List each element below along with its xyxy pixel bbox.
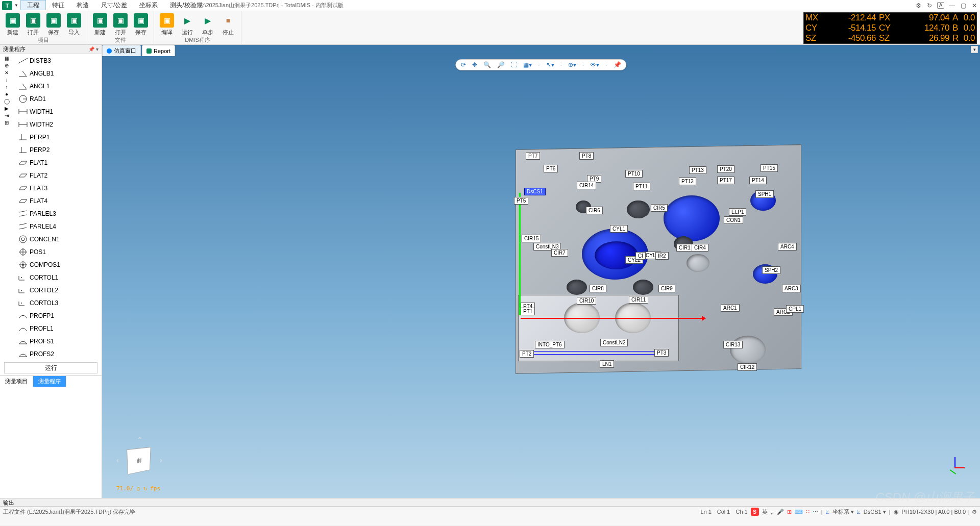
viewport-tab-0[interactable]: 仿真窗口 (102, 45, 141, 56)
feature-label-CIR7[interactable]: CIR7 (551, 249, 568, 257)
feature-label-PT1[interactable]: PT1 (521, 308, 535, 315)
vptool-icon[interactable]: ⟳ (461, 61, 466, 68)
feature-label-CIR9[interactable]: CIR9 (658, 285, 675, 292)
logo-dropdown[interactable]: ▼ (14, 3, 18, 8)
feature-label-PT14[interactable]: PT14 (749, 177, 767, 184)
gutter-icon[interactable]: ✕ (5, 70, 9, 76)
tree-item-CORTOL1[interactable]: CORTOL1 (13, 271, 102, 284)
feature-label-PT12[interactable]: PT12 (679, 178, 696, 185)
gutter-icon[interactable]: ⊞ (5, 120, 9, 126)
sidebar-tab-0[interactable]: 测量项目 (0, 376, 33, 387)
ime-lang[interactable]: 英 (762, 508, 768, 516)
help-icon[interactable]: A (937, 2, 944, 9)
tree-item-WIDTH1[interactable]: WIDTH1 (13, 105, 102, 118)
tree-item-FLAT2[interactable]: FLAT2 (13, 169, 102, 182)
tree-item-PERP1[interactable]: PERP1 (13, 131, 102, 143)
tree-item-RAD1[interactable]: RAD1 (13, 92, 102, 105)
ribbon-compile-button[interactable]: ▣编译 (157, 12, 177, 36)
gutter-icon[interactable]: ▶ (5, 106, 9, 111)
menu-工程[interactable]: 工程 (20, 0, 46, 10)
feature-label-CON1[interactable]: CON1 (724, 216, 743, 224)
tree-item-CONCEN1[interactable]: CONCEN1 (13, 233, 102, 245)
feature-label-LN1[interactable]: LN1 (600, 360, 614, 368)
feature-label-ARC4[interactable]: ARC4 (778, 243, 797, 251)
menu-尺寸/公差[interactable]: 尺寸/公差 (95, 1, 133, 10)
feature-label-CIR1[interactable]: CIR1 (676, 244, 693, 252)
tree-item-CORTOL3[interactable]: CORTOL3 (13, 296, 102, 309)
tree-item-CORTOL2[interactable]: CORTOL2 (13, 284, 102, 296)
feature-label-INTO_PT6[interactable]: INTO_PT6 (535, 341, 565, 348)
feature-label-PT13[interactable]: PT13 (689, 166, 706, 174)
feature-label-PT15[interactable]: PT15 (761, 164, 778, 172)
feature-label-DsCS1[interactable]: DsCS1 (524, 188, 546, 195)
feature-label-PT10[interactable]: PT10 (625, 170, 643, 178)
gutter-icon[interactable]: ◯ (4, 99, 10, 104)
run-program-button[interactable]: 运行 (4, 362, 97, 373)
tree-item-DISTB3[interactable]: DISTB3 (13, 54, 102, 67)
tree-item-PARLEL4[interactable]: PARLEL4 (13, 220, 102, 233)
feature-label-CIR4[interactable]: CIR4 (692, 244, 708, 252)
ribbon-fnew-button[interactable]: ▣新建 (90, 12, 110, 36)
ime-mic-icon[interactable]: 🎤 (777, 509, 784, 515)
ime-tool-icon[interactable]: ⊞ (787, 509, 792, 515)
tree-item-PROFS1[interactable]: PROFS1 (13, 335, 102, 347)
coordsys-axis-icon[interactable]: ⟀ (826, 509, 829, 515)
vptool-icon[interactable]: · (560, 61, 562, 68)
feature-label-CIR5[interactable]: CIR5 (651, 204, 668, 212)
ribbon-fsave-button[interactable]: ▣保存 (131, 12, 151, 36)
ime-keyboard-icon[interactable]: ⌨ (795, 509, 803, 515)
feature-label-SPH1[interactable]: SPH1 (755, 190, 774, 198)
feature-label-PT7[interactable]: PT7 (526, 152, 540, 160)
close-icon[interactable]: ✕ (971, 2, 978, 9)
tree-item-FLAT4[interactable]: FLAT4 (13, 194, 102, 207)
feature-label-PT3[interactable]: PT3 (654, 349, 669, 357)
feature-label-IR2[interactable]: IR2 (655, 252, 669, 260)
probe-icon[interactable]: ◉ (894, 509, 899, 515)
tree-item-FLAT3[interactable]: FLAT3 (13, 182, 102, 194)
feature-label-CI[interactable]: CI (635, 252, 646, 260)
ribbon-open-button[interactable]: ▣打开 (23, 12, 43, 36)
feature-label-CIR12[interactable]: CIR12 (738, 363, 757, 371)
pin-icon[interactable]: 📌 ▾ (88, 46, 99, 52)
ribbon-fopen-button[interactable]: ▣打开 (111, 12, 130, 36)
view-cube[interactable]: ⌃ ‹ › 前 71.0/ ○ ↻ fps (116, 432, 162, 483)
vptool-icon[interactable]: ↖▾ (546, 61, 554, 68)
feature-label-CPL1[interactable]: CPL1 (786, 305, 804, 313)
vptool-icon[interactable]: ⊕▾ (568, 61, 576, 68)
gutter-icon[interactable]: ↓ (6, 78, 8, 83)
gutter-icon[interactable]: ↑ (6, 85, 8, 90)
feature-label-ConstLN2[interactable]: ConstLN2 (600, 339, 628, 346)
feature-label-PT11[interactable]: PT11 (633, 183, 650, 190)
ribbon-save-button[interactable]: ▣保存 (44, 12, 63, 36)
tree-item-FLAT1[interactable]: FLAT1 (13, 156, 102, 169)
settings-icon[interactable]: ⚙ (915, 2, 922, 9)
viewport-tab-1[interactable]: Report (142, 45, 175, 56)
feature-label-CIR6[interactable]: CIR6 (586, 207, 603, 214)
vptool-icon[interactable]: · (538, 61, 540, 68)
coordsys-origin-icon[interactable]: ⟀ (857, 509, 861, 515)
menu-构造[interactable]: 构造 (70, 1, 95, 10)
feature-label-CIR14[interactable]: CIR14 (577, 182, 596, 189)
vptool-icon[interactable]: · (582, 61, 584, 68)
vptool-icon[interactable]: 🔎 (497, 61, 505, 68)
viewport-3d[interactable]: 仿真窗口Report ▾ ⟳✥🔍🔎⛶▦▾·↖▾·⊕▾·👁▾·📌 (102, 45, 980, 498)
feature-label-PT5[interactable]: PT5 (514, 197, 528, 205)
feature-label-SPH2[interactable]: SPH2 (762, 266, 780, 274)
tree-item-ANGL1[interactable]: ANGL1 (13, 80, 102, 92)
gutter-icon[interactable]: ▦ (5, 56, 9, 61)
feature-label-CIR8[interactable]: CIR8 (590, 285, 606, 292)
tree-item-ANGLB1[interactable]: ANGLB1 (13, 67, 102, 80)
maximize-icon[interactable]: ▢ (960, 2, 967, 9)
gutter-icon[interactable]: ⇥ (5, 113, 9, 118)
coord-label[interactable]: 坐标系 ▾ (832, 508, 854, 516)
sidebar-tab-1[interactable]: 测量程序 (33, 376, 66, 387)
tree-item-PROFP1[interactable]: PROFP1 (13, 309, 102, 322)
ribbon-new-button[interactable]: ▣新建 (3, 12, 22, 36)
ime-punct-icon[interactable]: ,. (771, 509, 774, 515)
program-tree[interactable]: DISTB3ANGLB1ANGL1RAD1WIDTH1WIDTH2PERP1PE… (13, 54, 102, 360)
vptool-icon[interactable]: ▦▾ (523, 61, 532, 68)
tree-item-COMPOS1[interactable]: COMPOS1 (13, 258, 102, 271)
feature-label-CYL1[interactable]: CYL1 (610, 225, 628, 233)
feature-label-PT8[interactable]: PT8 (579, 152, 594, 160)
menu-特征[interactable]: 特征 (46, 1, 70, 10)
